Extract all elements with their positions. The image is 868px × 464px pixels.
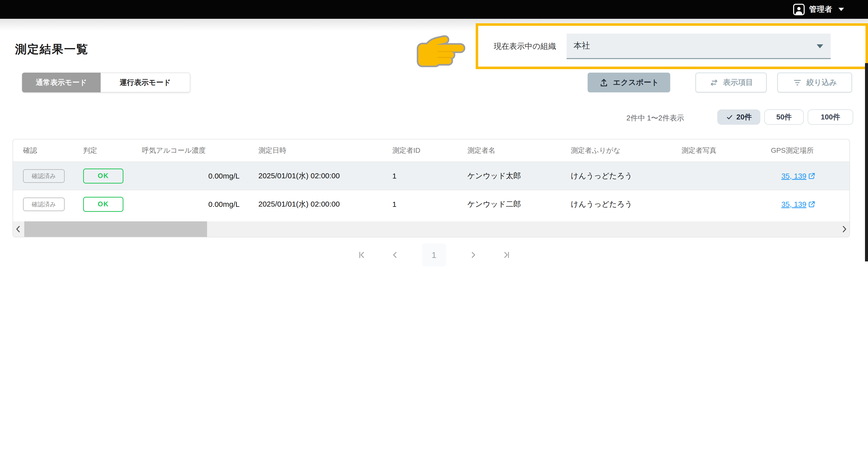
- page-size-20-label: 20件: [736, 112, 752, 122]
- col-header-datetime: 測定日時: [247, 146, 381, 155]
- user-avatar-icon: [793, 4, 805, 15]
- filter-button-label: 絞り込み: [806, 78, 837, 88]
- last-page-button[interactable]: [500, 243, 513, 267]
- export-button-label: エクスポート: [613, 78, 659, 88]
- col-header-measurer-id: 測定者ID: [381, 146, 454, 155]
- result-count-text: 2件中 1〜2件表示: [626, 113, 684, 123]
- last-page-icon: [502, 250, 512, 260]
- measurement-datetime: 2025/01/01(水) 02:00:00: [247, 171, 381, 181]
- chevron-down-icon: [817, 44, 823, 48]
- next-page-button[interactable]: [467, 243, 480, 267]
- previous-page-button[interactable]: [389, 243, 402, 267]
- org-selector-label: 現在表示中の組織: [494, 41, 556, 52]
- external-link-icon: [808, 200, 815, 208]
- org-selector-highlight-box: 現在表示中の組織 本社: [476, 23, 868, 69]
- confirmed-badge[interactable]: 確認済み: [23, 197, 65, 211]
- filter-icon: [793, 78, 802, 88]
- chevron-left-icon: [390, 250, 400, 260]
- measurer-furigana: けんうっどたろう: [559, 199, 670, 209]
- ok-judgement-badge: OK: [83, 168, 123, 184]
- page-title: 測定結果一覧: [15, 41, 89, 57]
- table-row: 確認済み OK 0.00mg/L 2025/01/01(水) 02:00:00 …: [13, 190, 849, 218]
- window-scrollbar-thumb[interactable]: [865, 63, 868, 261]
- col-header-gps-location: GPS測定場所: [752, 146, 850, 155]
- table-horizontal-scrollbar[interactable]: [13, 221, 849, 237]
- confirmed-badge[interactable]: 確認済み: [23, 169, 65, 183]
- tab-operation-display-mode[interactable]: 運行表示モード: [101, 73, 190, 92]
- pointing-hand-icon: [414, 32, 468, 68]
- external-link-icon: [808, 172, 815, 180]
- measurer-furigana: けんうっどたろう: [559, 171, 670, 181]
- scroll-right-button[interactable]: [839, 221, 849, 237]
- page-size-50-label: 50件: [776, 112, 792, 122]
- export-button[interactable]: エクスポート: [588, 73, 670, 92]
- top-bar: 管理者: [0, 0, 868, 19]
- chevron-left-icon: [15, 225, 21, 233]
- alcohol-value: 0.00mg/L: [132, 172, 247, 180]
- table-row: 確認済み OK 0.00mg/L 2025/01/01(水) 02:00:00 …: [13, 162, 849, 190]
- measurer-id: 1: [381, 172, 454, 180]
- measurer-name: ケンウッド太郎: [454, 171, 559, 181]
- table-header-row: 確認 判定 呼気アルコール濃度 測定日時 測定者ID 測定者名 測定者ふりがな …: [13, 140, 849, 162]
- page-size-100-label: 100件: [821, 112, 840, 122]
- org-select-dropdown[interactable]: 本社: [566, 34, 831, 59]
- swap-arrows-icon: [709, 78, 719, 88]
- page-size-20-button[interactable]: 20件: [717, 110, 761, 125]
- gps-link-label: 35, 139: [781, 172, 806, 180]
- pagination: 1: [0, 243, 868, 267]
- chevron-down-icon: [838, 8, 844, 11]
- chevron-right-icon: [841, 225, 848, 233]
- gps-location-link[interactable]: 35, 139: [781, 200, 815, 209]
- check-icon: [726, 114, 733, 121]
- app-window: 管理者 測定結果一覧 通常表示モード 運行表示モード 現在表示中の組織 本社: [0, 0, 868, 464]
- upload-icon: [599, 78, 609, 88]
- col-header-measurer-furigana: 測定者ふりがな: [559, 146, 670, 155]
- display-columns-button-label: 表示項目: [723, 78, 753, 88]
- scrollbar-thumb[interactable]: [24, 221, 207, 237]
- first-page-button[interactable]: [355, 243, 368, 267]
- user-menu[interactable]: 管理者: [793, 4, 844, 15]
- org-select-value: 本社: [574, 40, 590, 51]
- col-header-judgement: 判定: [73, 146, 132, 155]
- col-header-measurer-photo: 測定者写真: [670, 146, 752, 155]
- tab-normal-display-mode[interactable]: 通常表示モード: [22, 73, 101, 92]
- measurement-datetime: 2025/01/01(水) 02:00:00: [247, 199, 381, 209]
- measurer-name: ケンウッド二郎: [454, 199, 559, 209]
- ok-judgement-badge: OK: [83, 197, 123, 212]
- measurer-id: 1: [381, 200, 454, 209]
- user-name-label: 管理者: [809, 4, 832, 14]
- scroll-left-button[interactable]: [13, 221, 23, 237]
- col-header-confirm: 確認: [13, 146, 73, 155]
- first-page-icon: [356, 250, 367, 260]
- display-columns-button[interactable]: 表示項目: [695, 73, 767, 92]
- gps-link-label: 35, 139: [781, 200, 806, 209]
- filter-button[interactable]: 絞り込み: [777, 73, 852, 92]
- gps-location-link[interactable]: 35, 139: [781, 172, 815, 180]
- page-size-100-button[interactable]: 100件: [808, 110, 853, 125]
- col-header-alcohol: 呼気アルコール濃度: [132, 146, 247, 155]
- col-header-measurer-name: 測定者名: [454, 146, 559, 155]
- page-size-50-button[interactable]: 50件: [764, 110, 804, 125]
- chevron-right-icon: [468, 250, 478, 260]
- alcohol-value: 0.00mg/L: [132, 200, 247, 209]
- display-mode-tabs: 通常表示モード 運行表示モード: [22, 73, 190, 92]
- results-table: 確認 判定 呼気アルコール濃度 測定日時 測定者ID 測定者名 測定者ふりがな …: [12, 139, 850, 237]
- current-page-button[interactable]: 1: [422, 243, 446, 267]
